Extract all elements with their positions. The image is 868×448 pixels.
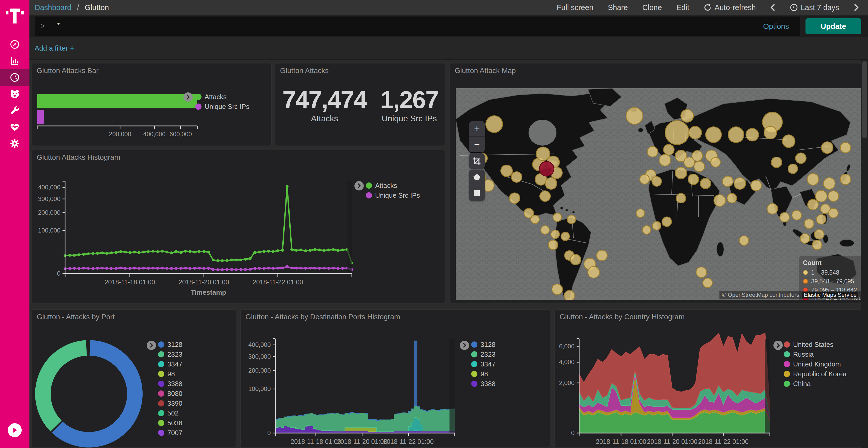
attack-bubble[interactable] [782, 134, 796, 148]
attack-bubble[interactable] [812, 240, 822, 250]
attack-bubble[interactable] [691, 150, 703, 162]
menu-share[interactable]: Share [608, 3, 628, 12]
attack-bubble[interactable] [814, 229, 824, 240]
menu-auto-refresh[interactable]: Auto-refresh [704, 3, 756, 12]
attack-bubble[interactable] [647, 146, 658, 158]
ports-histogram-legend-item-98[interactable]: 98 [471, 369, 495, 379]
ports-legend-item-8080[interactable]: 8080 [158, 389, 182, 399]
attack-bubble[interactable] [561, 232, 570, 241]
ports-histogram-legend-item-3347[interactable]: 3347 [471, 359, 495, 369]
menu-full-screen[interactable]: Full screen [557, 3, 593, 12]
menu-edit[interactable]: Edit [676, 3, 689, 12]
attack-bubble[interactable] [710, 157, 721, 168]
attack-bubble[interactable] [722, 176, 734, 187]
attack-bubble[interactable] [688, 174, 699, 185]
attack-bubble[interactable] [665, 120, 689, 145]
ports-legend-item-3388[interactable]: 3388 [158, 379, 182, 389]
ports-histogram-legend-item-3388[interactable]: 3388 [471, 379, 495, 389]
attack-bubble[interactable] [728, 127, 744, 143]
attack-bubble[interactable] [788, 164, 798, 174]
attack-bubble[interactable] [511, 171, 522, 183]
country-legend-item-china[interactable]: China [784, 379, 846, 389]
attack-bubble[interactable] [587, 266, 600, 278]
attack-bubble[interactable] [816, 214, 827, 225]
attack-bubble[interactable] [661, 216, 672, 227]
attack-bubble[interactable] [548, 240, 558, 250]
add-filter-link[interactable]: Add a filter+ [35, 44, 74, 53]
legend-toggle[interactable] [773, 341, 783, 350]
query-options-link[interactable]: Options [763, 22, 789, 31]
attack-bubble[interactable] [823, 177, 835, 190]
ports-donut-chart[interactable] [32, 310, 236, 447]
attack-bubble[interactable] [640, 174, 650, 184]
sidebar-item-dashboard[interactable] [0, 69, 29, 86]
legend-toggle[interactable] [183, 92, 193, 102]
update-button[interactable]: Update [805, 18, 861, 34]
attack-bubble[interactable] [486, 115, 503, 133]
attack-bubble[interactable] [739, 235, 749, 246]
ports-legend-item-3390[interactable]: 3390 [158, 399, 182, 408]
attack-bubble[interactable] [680, 109, 694, 123]
attack-bubble[interactable] [551, 230, 560, 239]
search-input[interactable]: >_ * Options [35, 16, 800, 36]
sidebar-item-visualize[interactable] [0, 53, 29, 69]
attack-bubble[interactable] [804, 218, 814, 229]
scrollbar-thumb[interactable] [862, 61, 867, 138]
sidebar-expand-button[interactable] [8, 423, 22, 437]
polygon-select-button[interactable] [469, 170, 485, 185]
ports-legend-item-5038[interactable]: 5038 [158, 418, 182, 428]
ports-legend-item-98[interactable]: 98 [158, 369, 182, 379]
attack-bubble[interactable] [552, 284, 563, 295]
attacks-histogram-chart[interactable]: 0100,000200,000300,000400,0002018-11-18 … [32, 150, 445, 303]
attacks-histogram-legend-item-attacks[interactable]: Attacks [366, 181, 420, 191]
attack-bubble[interactable] [703, 278, 713, 288]
attack-bubble[interactable] [705, 127, 722, 143]
sidebar-item-bear-app[interactable] [0, 86, 29, 102]
zoom-out-button[interactable]: − [469, 137, 485, 152]
legend-toggle[interactable] [460, 341, 469, 350]
attack-bubble[interactable] [693, 161, 705, 172]
attack-bubble[interactable] [570, 254, 581, 265]
attack-bubble-high[interactable] [539, 161, 554, 176]
ports-histogram-legend-item-3128[interactable]: 3128 [471, 340, 495, 349]
sidebar-item-management[interactable] [0, 135, 29, 152]
attack-bubble[interactable] [567, 215, 576, 224]
ports-histogram-chart[interactable]: 0100,000200,000300,000400,0002018-11-18 … [241, 310, 550, 447]
attack-bubble[interactable] [800, 233, 810, 244]
attack-bubble[interactable] [652, 176, 662, 186]
attack-bubble[interactable] [746, 128, 759, 141]
legend-toggle[interactable] [354, 181, 364, 191]
ports-legend-item-3128[interactable]: 3128 [158, 340, 182, 349]
attack-bubble[interactable] [652, 221, 661, 231]
attack-bubble[interactable] [792, 210, 802, 220]
sidebar-item-monitoring[interactable] [0, 119, 29, 135]
attack-bubble[interactable] [676, 193, 686, 203]
attack-bubble[interactable] [696, 267, 707, 278]
attack-bubble[interactable] [530, 215, 540, 224]
attack-bubble[interactable] [539, 191, 551, 202]
attack-bubble[interactable] [626, 107, 643, 125]
attack-bubble[interactable] [714, 194, 726, 207]
attack-bubble[interactable] [663, 144, 675, 156]
attack-bubble[interactable] [553, 213, 562, 222]
time-prev-button[interactable] [770, 4, 776, 11]
attack-bubble[interactable] [564, 290, 575, 300]
ports-legend-item-3347[interactable]: 3347 [158, 359, 182, 369]
attack-bubble[interactable] [596, 250, 608, 261]
breadcrumb-dashboard-link[interactable]: Dashboard [35, 3, 71, 12]
ports-legend-item-502[interactable]: 502 [158, 408, 182, 418]
attack-bubble[interactable] [795, 152, 807, 164]
elastic-maps-service-link[interactable]: Elastic Maps Service [802, 291, 858, 298]
attack-bubble[interactable] [509, 193, 520, 204]
ports-legend-item-7007[interactable]: 7007 [158, 428, 182, 438]
attack-bubble[interactable] [807, 199, 819, 210]
attack-bubble[interactable] [821, 141, 833, 154]
attack-bubble[interactable] [540, 225, 550, 235]
attacks-histogram-legend-item-unique-src-ips[interactable]: Unique Src IPs [366, 191, 420, 200]
attack-bubble[interactable] [688, 126, 702, 139]
attack-bubble[interactable] [840, 174, 851, 185]
crop-select-button[interactable] [469, 153, 485, 169]
country-legend-item-united-kingdom[interactable]: United Kingdom [784, 359, 846, 369]
attack-bubble[interactable] [807, 173, 819, 185]
attacks-bar-legend-item-attacks[interactable]: Attacks [195, 92, 249, 102]
